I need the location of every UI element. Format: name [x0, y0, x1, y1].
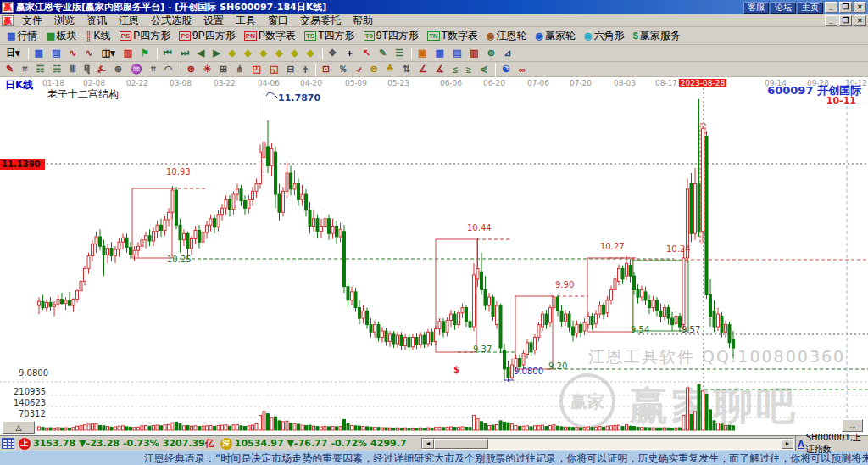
gann-grid-up-button[interactable]: ☶	[33, 63, 48, 76]
candle-style-button[interactable]: ◫▾	[99, 47, 120, 60]
cursor-tool-button[interactable]: ↖	[360, 47, 375, 60]
child-minimize-button[interactable]: _	[825, 15, 837, 26]
export-tool-button[interactable]: ⊕	[485, 47, 499, 60]
dense-grid-button[interactable]: ♒	[128, 63, 147, 76]
9t-square-button[interactable]: T99T四方形	[360, 28, 422, 43]
minimize-button[interactable]: _	[825, 2, 837, 13]
9p-square-button[interactable]: P99P四方形	[175, 28, 238, 43]
fork-tool-button[interactable]: ⋔	[233, 63, 248, 76]
circle-tool-button[interactable]: ⊕	[112, 63, 126, 76]
period-daily-button[interactable]: 日▾	[3, 47, 25, 60]
scrollbar-right-arrow[interactable]: ►	[782, 439, 793, 449]
spiral-tool-button[interactable]: ༕	[82, 63, 94, 76]
arc-tool-button[interactable]: ◠	[162, 63, 177, 76]
last-page-button[interactable]: ⏭	[178, 47, 193, 60]
gann-angle-1x1-button[interactable]: ◈	[226, 47, 240, 60]
hand-tool-button[interactable]: ✥	[326, 47, 341, 60]
channel-tool-button[interactable]: ⋞	[477, 63, 492, 76]
restore-button[interactable]: ❐	[839, 2, 852, 13]
pencil-tool-button[interactable]: ✎	[3, 63, 18, 76]
gann-angle-all-button[interactable]: ◈	[304, 47, 318, 60]
angle-line-2-button[interactable]: ∡	[433, 63, 448, 76]
menu-文件[interactable]: 文件	[16, 14, 48, 26]
next-bar-button[interactable]: ▶	[210, 47, 224, 60]
child-restore-button[interactable]: ❐	[839, 15, 852, 26]
gann-wheel-button[interactable]: ◉江恩轮	[483, 28, 531, 43]
menu-设置[interactable]: 设置	[198, 14, 230, 26]
ticker-scrollbar[interactable]: ◄ ►	[421, 438, 794, 450]
kline-button[interactable]: ╫K线	[82, 28, 114, 43]
cross-tool-button[interactable]: Ϯ	[301, 63, 313, 76]
angle-line-1-button[interactable]: ∠	[416, 63, 431, 76]
calculator-tool-button[interactable]: ▦	[432, 47, 448, 60]
percent-retrace-button[interactable]: ％	[336, 63, 352, 76]
trend-line-small-button[interactable]: ∿	[66, 47, 81, 60]
star-tool-button[interactable]: ✳	[201, 63, 215, 76]
gann-angle-4x1-button[interactable]: ◈	[289, 47, 303, 60]
first-page-button[interactable]: ⏮	[161, 47, 176, 60]
prev-bar-button[interactable]: ◀	[195, 47, 209, 60]
yinyang-tool-button[interactable]: ☯	[499, 63, 515, 76]
info-panel-button[interactable]: ▤	[49, 47, 64, 60]
t-number-table-button[interactable]: TNT数字表	[424, 28, 481, 43]
golden-box-button[interactable]: ≜	[384, 63, 398, 76]
sse-icon[interactable]: 上	[19, 438, 31, 450]
scrollbar-thumb[interactable]	[434, 439, 488, 449]
hexagon-button[interactable]: ◉六角形	[581, 28, 628, 43]
p-number-table-button[interactable]: PNP数字表	[241, 28, 299, 43]
close-button[interactable]: ×	[854, 2, 866, 13]
menu-交易委托[interactable]: 交易委托	[294, 14, 347, 26]
gann-angle-1x2-button[interactable]: ◈	[242, 47, 255, 60]
homepage-button[interactable]: 主页	[798, 2, 823, 14]
trend-line-large-button[interactable]: ∿	[83, 47, 97, 60]
t-square-button[interactable]: TST四方形	[301, 28, 359, 43]
menu-资讯[interactable]: 资讯	[81, 14, 113, 26]
time-ruler-button[interactable]: Ⅲ	[67, 63, 81, 76]
p-square-button[interactable]: PSP四方形	[116, 28, 175, 43]
kline-chart-area[interactable]: 江恩工具软件 QQ:100800360 赢家 赢家聊吧 01-1802-0802…	[0, 77, 868, 435]
link-tool-button[interactable]: ⊿	[501, 47, 515, 60]
flag-tool-button[interactable]: ⚑	[138, 47, 153, 60]
infinity-tool-button[interactable]: ∞	[516, 63, 530, 76]
updown-tool-button[interactable]: ⇅	[400, 63, 415, 76]
list-tool-button[interactable]: ☰	[392, 47, 408, 60]
menu-工具[interactable]: 工具	[230, 14, 262, 26]
calendar-tool-button[interactable]: ▣	[415, 47, 431, 60]
winner-service-button[interactable]: $赢家服务	[630, 28, 684, 43]
quote-grid-icon[interactable]	[2, 438, 14, 449]
kline-mark-button[interactable]: ▧	[121, 47, 136, 60]
golden-circle-button[interactable]: ⊜	[367, 63, 381, 76]
current-symbol-panel[interactable]: A SH000001,上证指数	[795, 436, 868, 451]
edit-tool-button[interactable]: ✎	[376, 47, 391, 60]
gann-box-dark-button[interactable]: ◱	[267, 63, 282, 76]
gann-box-red-button[interactable]: ◰	[250, 63, 265, 76]
market-quotes-button[interactable]: ▦行情	[3, 28, 41, 43]
menu-公式选股[interactable]: 公式选股	[145, 14, 198, 26]
target-tool-button[interactable]: ⊛	[185, 63, 199, 76]
menu-浏览[interactable]: 浏览	[48, 14, 81, 26]
menu-窗口[interactable]: 窗口	[262, 14, 294, 26]
square-n2-button[interactable]: ⌗	[148, 63, 160, 76]
forum-button[interactable]: 论坛	[771, 2, 796, 14]
wedge-up-button[interactable]: ≤	[450, 63, 462, 76]
volume-expand-button[interactable]: △	[3, 421, 35, 434]
support-button[interactable]: 客服	[743, 2, 769, 14]
grid-frame-button[interactable]: ⊟	[284, 63, 298, 76]
sectors-button[interactable]: ▩板块	[42, 28, 80, 43]
gann-grid-down-button[interactable]: ☵	[50, 63, 65, 76]
child-close-button[interactable]: ×	[854, 15, 866, 26]
percent-line-button[interactable]: ⍻	[353, 63, 365, 76]
crosshair-tool-button[interactable]: ＋	[342, 47, 359, 60]
scroll-right-button[interactable]: →	[842, 419, 863, 432]
menu-帮助[interactable]: 帮助	[347, 14, 379, 26]
wedge-down-button[interactable]: ≥	[464, 63, 476, 76]
price-box-button[interactable]: ⊡	[320, 63, 334, 76]
gann-angle-1x4-button[interactable]: ◈	[273, 47, 287, 60]
gann-angle-2x1-button[interactable]: ◈	[258, 47, 271, 60]
grid-tool-button[interactable]: ⌗	[19, 63, 31, 76]
box-grid-button[interactable]: ⊞	[217, 63, 231, 76]
menu-江恩[interactable]: 江恩	[113, 14, 145, 26]
scrollbar-left-arrow[interactable]: ◄	[422, 439, 434, 449]
save-tool-button[interactable]: ▥	[467, 47, 482, 60]
notes-tool-button[interactable]: ▤	[450, 47, 465, 60]
